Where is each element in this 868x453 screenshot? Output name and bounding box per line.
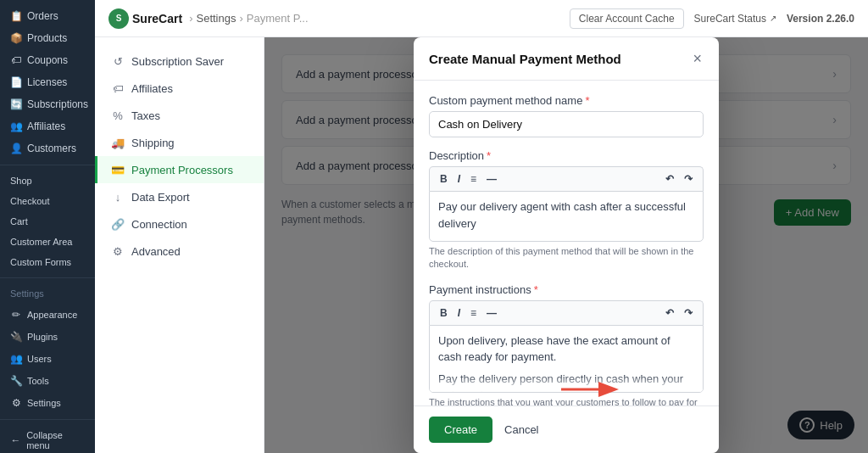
sidebar-item-appearance[interactable]: ✏ Appearance xyxy=(0,304,95,326)
taxes-icon: % xyxy=(111,109,125,122)
products-icon: 📦 xyxy=(10,32,22,44)
logo: S SureCart xyxy=(108,8,182,29)
topbar-right: Clear Account Cache SureCart Status ↗ Ve… xyxy=(570,8,854,29)
sub-sidebar-item-shipping[interactable]: 🚚 Shipping xyxy=(95,129,264,156)
form-group-name: Custom payment method name * xyxy=(429,94,704,137)
sub-sidebar-item-subscription-saver[interactable]: ↺ Subscription Saver xyxy=(95,48,264,75)
surecart-status-button[interactable]: SureCart Status ↗ xyxy=(694,13,776,25)
connection-icon: 🔗 xyxy=(111,217,125,231)
users-icon: 👥 xyxy=(10,353,22,365)
external-link-icon: ↗ xyxy=(770,14,776,23)
coupons-icon: 🏷 xyxy=(10,54,22,66)
settings-icon: ⚙ xyxy=(10,397,22,409)
left-sidebar: 📋 Orders 📦 Products 🏷 Coupons 📄 Licenses… xyxy=(0,0,95,453)
topbar: S SureCart › Settings › Payment P... Cle… xyxy=(95,0,868,37)
instructions-label: Payment instructions * xyxy=(429,283,704,296)
sidebar-group-settings: Settings xyxy=(0,283,95,304)
description-bold-button[interactable]: B xyxy=(437,171,451,187)
cancel-button[interactable]: Cancel xyxy=(501,417,542,443)
sidebar-item-shop[interactable]: Shop xyxy=(0,171,95,191)
sidebar-item-customer-area[interactable]: Customer Area xyxy=(0,232,95,252)
modal-title: Create Manual Payment Method xyxy=(429,52,621,66)
description-required: * xyxy=(487,149,491,162)
customers-icon: 👤 xyxy=(10,143,22,154)
collapse-menu-button[interactable]: ← Collapse menu xyxy=(0,425,95,453)
description-label: Description * xyxy=(429,149,704,162)
sidebar-item-checkout[interactable]: Checkout xyxy=(0,191,95,211)
sidebar-item-subscriptions[interactable]: 🔄 Subscriptions xyxy=(0,93,95,115)
logo-icon: S xyxy=(108,8,129,29)
modal-close-button[interactable]: × xyxy=(691,49,704,68)
name-label: Custom payment method name * xyxy=(429,94,704,107)
create-button[interactable]: Create xyxy=(429,417,492,443)
licenses-icon: 📄 xyxy=(10,76,22,88)
sub-sidebar-item-payment-processors[interactable]: 💳 Payment Processors xyxy=(95,156,264,183)
sidebar-item-plugins[interactable]: 🔌 Plugins xyxy=(0,326,95,348)
form-group-description: Description * B I ≡ — ↶ xyxy=(429,149,704,271)
description-editor[interactable]: Pay our delivery agent with cash after a… xyxy=(429,191,704,242)
instructions-list-button[interactable]: ≡ xyxy=(467,305,480,321)
sidebar-item-orders[interactable]: 📋 Orders xyxy=(0,5,95,27)
main-area: S SureCart › Settings › Payment P... Cle… xyxy=(95,0,868,453)
sidebar-item-settings[interactable]: ⚙ Settings xyxy=(0,392,95,414)
modal-body: Custom payment method name * Description… xyxy=(414,81,719,405)
description-hr-button[interactable]: — xyxy=(483,171,500,187)
sub-sidebar-item-taxes[interactable]: % Taxes xyxy=(95,102,264,129)
sub-sidebar-item-data-export[interactable]: ↓ Data Export xyxy=(95,183,264,210)
content-area: Add a payment processor to your checkout… xyxy=(264,37,868,453)
sidebar-item-customers[interactable]: 👤 Customers xyxy=(0,137,95,159)
instructions-italic-button[interactable]: I xyxy=(454,305,464,321)
sub-sidebar-item-affiliates[interactable]: 🏷 Affiliates xyxy=(95,75,264,102)
description-toolbar: B I ≡ — ↶ ↷ xyxy=(429,166,704,191)
orders-icon: 📋 xyxy=(10,10,22,22)
instructions-bold-button[interactable]: B xyxy=(437,305,451,321)
sidebar-item-products[interactable]: 📦 Products xyxy=(0,27,95,49)
subscriptions-icon: 🔄 xyxy=(10,98,22,110)
plugins-icon: 🔌 xyxy=(10,331,22,343)
modal-overlay: Create Manual Payment Method × Custom pa… xyxy=(264,37,868,453)
description-redo-button[interactable]: ↷ xyxy=(681,171,696,187)
description-list-button[interactable]: ≡ xyxy=(467,171,480,187)
shipping-icon: 🚚 xyxy=(111,136,125,149)
sidebar-item-affiliates[interactable]: 👥 Affiliates xyxy=(0,115,95,137)
instructions-undo-button[interactable]: ↶ xyxy=(662,305,677,321)
clear-cache-button[interactable]: Clear Account Cache xyxy=(570,8,684,29)
sidebar-item-coupons[interactable]: 🏷 Coupons xyxy=(0,49,95,71)
sidebar-item-cart[interactable]: Cart xyxy=(0,211,95,232)
tools-icon: 🔧 xyxy=(10,375,22,387)
topbar-left: S SureCart › Settings › Payment P... xyxy=(108,8,309,29)
instructions-toolbar: B I ≡ — ↶ ↷ xyxy=(429,300,704,325)
sidebar-item-tools[interactable]: 🔧 Tools xyxy=(0,370,95,392)
sidebar-item-licenses[interactable]: 📄 Licenses xyxy=(0,71,95,93)
collapse-icon: ← xyxy=(10,434,21,446)
sidebar-item-users[interactable]: 👥 Users xyxy=(0,348,95,370)
breadcrumb: › Settings › Payment P... xyxy=(189,12,308,25)
modal-header: Create Manual Payment Method × xyxy=(414,37,719,81)
arrow-indicator xyxy=(553,376,629,405)
description-italic-button[interactable]: I xyxy=(454,171,464,187)
name-required: * xyxy=(585,94,589,107)
description-undo-button[interactable]: ↶ xyxy=(662,171,677,187)
payment-processors-icon: 💳 xyxy=(111,163,125,176)
version-label: Version 2.26.0 xyxy=(787,13,854,25)
sub-sidebar-item-connection[interactable]: 🔗 Connection xyxy=(95,210,264,238)
sidebar-item-custom-forms[interactable]: Custom Forms xyxy=(0,252,95,272)
instructions-required: * xyxy=(534,283,538,296)
instructions-hr-button[interactable]: — xyxy=(483,305,500,321)
appearance-icon: ✏ xyxy=(10,309,22,321)
affiliates-icon: 👥 xyxy=(10,120,22,132)
subscription-saver-icon: ↺ xyxy=(111,54,125,68)
data-export-icon: ↓ xyxy=(111,190,125,204)
name-input[interactable] xyxy=(429,111,704,137)
arrow-svg xyxy=(553,376,629,403)
sub-sidebar: ↺ Subscription Saver 🏷 Affiliates % Taxe… xyxy=(95,37,264,453)
description-hint: The description of this payment method t… xyxy=(429,245,704,271)
modal-footer: Create Cancel xyxy=(414,405,719,453)
advanced-icon: ⚙ xyxy=(111,244,125,258)
affiliates-sub-icon: 🏷 xyxy=(111,81,125,95)
sub-sidebar-item-advanced[interactable]: ⚙ Advanced xyxy=(95,238,264,265)
instructions-redo-button[interactable]: ↷ xyxy=(681,305,696,321)
